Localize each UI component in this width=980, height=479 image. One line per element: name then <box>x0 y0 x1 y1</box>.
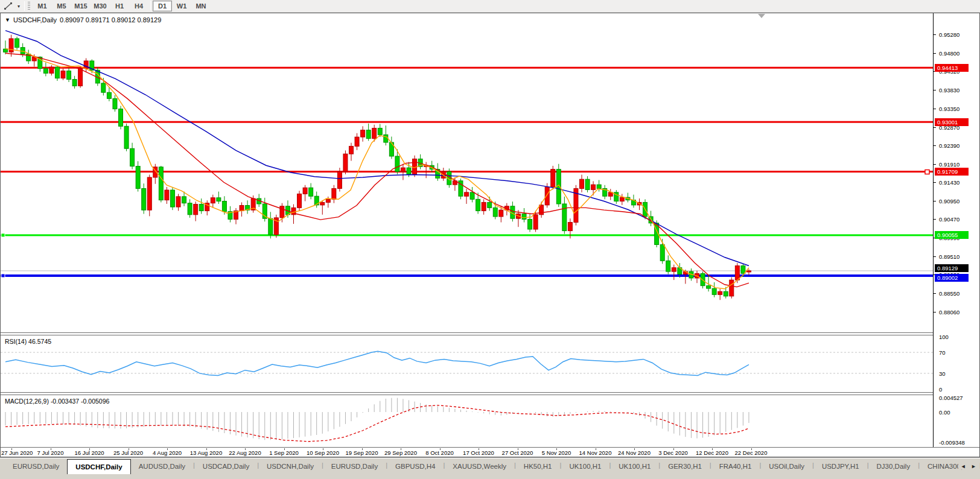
rsi-scale-label: 30 <box>939 370 946 377</box>
price-tick-mark <box>934 312 936 312</box>
chart-tab-xauusd-weekly[interactable]: XAUUSD,Weekly <box>445 460 514 473</box>
macd-label: MACD(12,26,9) -0.003437 -0.005096 <box>5 398 109 405</box>
price-tick-mark <box>934 164 936 165</box>
price-tick-label: 0.91910 <box>939 161 959 168</box>
price-tick-label: 0.94800 <box>939 50 959 57</box>
date-label: 27 Oct 2020 <box>502 449 533 456</box>
chart-tab-gbpusd-h4[interactable]: GBPUSD,H4 <box>387 460 443 473</box>
chart-tab-fra40-h1[interactable]: FRA40,H1 <box>711 460 760 473</box>
timeframe-button-h4[interactable]: H4 <box>129 1 148 11</box>
price-badge-0.89002: 0.89002 <box>935 274 969 282</box>
chart-tab-hk50-h1[interactable]: HK50,H1 <box>516 460 560 473</box>
macd-scale-label: 0.00 <box>939 409 950 416</box>
hline-0.89002[interactable] <box>1 274 933 277</box>
tool-dropdown-caret-icon[interactable]: ▾ <box>15 4 22 9</box>
timeframe-button-m15[interactable]: M15 <box>71 1 91 11</box>
chart-tab-uk100-h1[interactable]: UK100,H1 <box>561 460 609 473</box>
symbol-period-label: USDCHF,Daily <box>13 16 57 24</box>
rsi-indicator-pane[interactable] <box>1 335 933 392</box>
mt4-terminal: ▾ M1M5M15M30H1H4D1W1MN ▼ USDCHF,Daily 0.… <box>0 0 980 479</box>
line-marker-icon[interactable] <box>925 170 929 174</box>
rsi-value: 46.5745 <box>28 338 51 345</box>
hline-0.90055[interactable] <box>1 234 933 236</box>
diagonal-line-icon <box>4 2 13 10</box>
timeframe-button-mn[interactable]: MN <box>191 1 211 11</box>
collapse-ohlc-icon[interactable]: ▼ <box>5 17 10 23</box>
hline-0.89129[interactable] <box>1 270 933 271</box>
rsi-name: RSI(14) <box>5 338 27 345</box>
chart-tab-audusd-daily[interactable]: AUDUSD,Daily <box>131 460 193 473</box>
timeframe-button-h1[interactable]: H1 <box>110 1 129 11</box>
date-label: 29 Sep 2020 <box>384 449 417 456</box>
timeframe-button-d1[interactable]: D1 <box>153 1 172 11</box>
price-tick-mark <box>934 90 936 90</box>
price-tick-mark <box>934 34 936 35</box>
price-tick-mark <box>934 109 936 109</box>
price-tick-mark <box>934 182 936 183</box>
price-chart-pane[interactable] <box>1 14 933 332</box>
price-tick-label: 0.89510 <box>939 253 959 260</box>
macd-indicator-pane[interactable] <box>1 395 933 447</box>
rsi-scale-label: 70 <box>939 349 946 356</box>
tab-scroll-arrows-icon[interactable]: ◄ ► <box>958 463 978 469</box>
date-label: 13 Aug 2020 <box>190 449 222 456</box>
price-tick-mark <box>934 219 936 220</box>
date-label: 27 Jun 2020 <box>1 449 33 456</box>
date-label: 5 Nov 2020 <box>542 449 571 456</box>
price-tick-label: 0.95280 <box>939 31 959 38</box>
timeframe-button-w1[interactable]: W1 <box>172 1 191 11</box>
chart-tab-usdchf-daily[interactable]: USDCHF,Daily <box>67 459 130 474</box>
date-label: 3 Dec 2020 <box>658 449 688 456</box>
chart-tab-usdcad-daily[interactable]: USDCAD,Daily <box>195 460 257 473</box>
hline-0.94413[interactable] <box>1 67 933 69</box>
chart-tab-bar: EURUSD,DailyUSDCHF,DailyAUDUSD,Daily|USD… <box>0 457 980 479</box>
price-tick-mark <box>934 53 936 54</box>
chart-line-tool-icon[interactable] <box>2 1 15 11</box>
price-scale[interactable]: 0.952800.948000.943200.938300.933500.928… <box>933 13 979 447</box>
price-tick-label: 0.93350 <box>939 106 959 112</box>
chart-tab-usdcnh-daily[interactable]: USDCNH,Daily <box>259 460 322 473</box>
timeframe-buttons: M1M5M15M30H1H4D1W1MN <box>33 1 211 11</box>
chart-tab-eurusd-daily[interactable]: EURUSD,Daily <box>323 460 386 473</box>
chart-tab-dj30-daily[interactable]: DJ30,Daily <box>869 460 918 473</box>
ohlc-values: 0.89097 0.89171 0.89012 0.89129 <box>60 16 161 24</box>
tabs: EURUSD,DailyUSDCHF,DailyAUDUSD,Daily|USD… <box>5 460 980 474</box>
date-label: 24 Nov 2020 <box>618 449 651 456</box>
date-axis[interactable]: 27 Jun 20207 Jul 202016 Jul 202025 Jul 2… <box>1 448 933 457</box>
timeframe-toolbar: ▾ M1M5M15M30H1H4D1W1MN <box>0 0 980 13</box>
macd-values: -0.003437 -0.005096 <box>51 398 110 405</box>
timeframe-button-m5[interactable]: M5 <box>52 1 71 11</box>
timeframe-button-m1[interactable]: M1 <box>33 1 52 11</box>
macd-histogram <box>5 398 749 440</box>
chart-tab-ger30-h1[interactable]: GER30,H1 <box>660 460 710 473</box>
line-marker-icon[interactable] <box>1 233 5 237</box>
toolbar-separator <box>24 1 25 11</box>
hline-0.91709[interactable] <box>1 171 933 173</box>
macd-signal-line <box>5 405 749 442</box>
date-label: 4 Aug 2020 <box>153 449 182 456</box>
line-marker-icon[interactable] <box>1 274 5 278</box>
hline-0.93001[interactable] <box>1 121 933 123</box>
price-tick-label: 0.92390 <box>939 142 959 149</box>
chart-tab-uk100-h1[interactable]: UK100,H1 <box>611 460 658 473</box>
price-tick-label: 0.91430 <box>939 179 959 186</box>
date-label: 1 Sep 2020 <box>269 449 299 456</box>
chart-tab-usdjpy-h1[interactable]: USDJPY,H1 <box>814 460 867 473</box>
price-tick-label: 0.93830 <box>939 87 959 94</box>
toolbar-drag-grip[interactable] <box>28 2 30 11</box>
chart-tab-usoil-daily[interactable]: USOil,Daily <box>761 460 812 473</box>
date-label: 12 Dec 2020 <box>696 449 728 456</box>
date-label: 8 Oct 2020 <box>425 449 453 456</box>
date-label: 7 Jul 2020 <box>37 449 64 456</box>
date-label: 14 Nov 2020 <box>579 449 612 456</box>
rsi-line <box>5 351 749 375</box>
price-tick-label: 0.90950 <box>939 198 959 205</box>
date-label: 10 Sep 2020 <box>307 449 339 456</box>
price-badge-0.94413: 0.94413 <box>935 64 969 72</box>
macd-scale-label: 0.004527 <box>939 395 963 401</box>
chart-shift-marker-icon[interactable] <box>758 14 765 18</box>
chart-tab-eurusd-daily[interactable]: EURUSD,Daily <box>5 460 67 473</box>
price-badge-0.91709: 0.91709 <box>935 168 969 176</box>
candlestick-series <box>4 35 751 300</box>
timeframe-button-m30[interactable]: M30 <box>91 1 110 11</box>
